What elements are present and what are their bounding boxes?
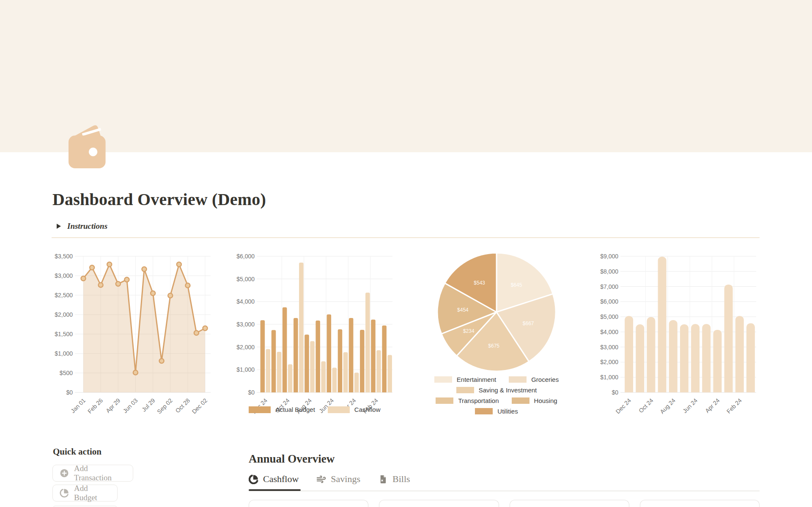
svg-text:$0: $0 — [612, 389, 618, 396]
monthly-income-bar-chart: $0$1,000$2,000$3,000$4,000$5,000$6,000$7… — [597, 253, 760, 428]
toggle-arrow-icon[interactable] — [57, 224, 61, 229]
svg-text:$667: $667 — [523, 321, 534, 326]
svg-text:$543: $543 — [474, 280, 485, 286]
pie-legend: EntertainmentGroceriesSaving & Investmen… — [415, 376, 578, 415]
svg-text:$6,000: $6,000 — [600, 298, 618, 305]
tab-cashflow[interactable]: Cashflow — [249, 474, 299, 485]
svg-text:$6,000: $6,000 — [236, 253, 255, 260]
svg-text:$3,000: $3,000 — [236, 321, 255, 328]
svg-text:$0: $0 — [66, 389, 73, 396]
svg-text:Apr 29: Apr 29 — [104, 397, 122, 414]
wallet-icon — [68, 122, 115, 169]
tab-bills-label: Bills — [392, 474, 410, 485]
svg-text:$454: $454 — [457, 307, 469, 313]
add-transaction-label: Add Transaction — [74, 464, 126, 482]
svg-text:$675: $675 — [488, 343, 499, 349]
plus-circle-icon — [60, 469, 69, 478]
tab-savings-label: Savings — [331, 474, 360, 485]
svg-text:Feb 26: Feb 26 — [86, 397, 104, 415]
charts-row: $0$500$1,000$1,500$2,000$2,500$3,000$3,5… — [52, 253, 760, 428]
svg-text:$1,000: $1,000 — [236, 366, 255, 373]
cover-banner — [0, 0, 812, 152]
svg-text:$9,000: $9,000 — [600, 253, 618, 260]
add-budget-label: Add Budget — [74, 484, 110, 502]
svg-text:$3,500: $3,500 — [55, 253, 73, 260]
annual-overview-heading: Annual Overview — [249, 452, 335, 466]
annual-overview-tabs: Cashflow Savings Bills — [249, 474, 410, 485]
svg-text:Dec 02: Dec 02 — [190, 397, 208, 415]
tab-bar-border — [249, 491, 760, 491]
svg-text:$2,000: $2,000 — [55, 311, 73, 318]
page: Dashboard Overview (Demo) Instructions $… — [0, 0, 812, 507]
svg-text:$2,500: $2,500 — [55, 292, 73, 299]
svg-text:$4,000: $4,000 — [236, 298, 255, 305]
quick-action-heading: Quick action — [53, 447, 102, 457]
svg-text:Jan 01: Jan 01 — [69, 397, 87, 414]
svg-text:$1,000: $1,000 — [55, 350, 73, 357]
budget-vs-cashflow-bar-chart: $0$1,000$2,000$3,000$4,000$5,000$6,000De… — [233, 253, 396, 428]
chart-legend: Actual BudgetCashflow — [233, 406, 396, 413]
svg-text:$1,000: $1,000 — [600, 374, 618, 381]
svg-text:$3,000: $3,000 — [55, 272, 73, 279]
pie-chart-icon — [60, 488, 69, 498]
annual-overview-cards — [249, 500, 760, 507]
svg-text:$8,000: $8,000 — [600, 268, 618, 275]
svg-text:Oct 28: Oct 28 — [174, 397, 192, 414]
svg-text:$2,000: $2,000 — [236, 344, 255, 351]
svg-text:$645: $645 — [511, 282, 522, 288]
svg-text:$0: $0 — [248, 389, 255, 396]
svg-text:Apr 24: Apr 24 — [704, 397, 721, 414]
svg-text:$1,500: $1,500 — [55, 331, 73, 337]
page-title: Dashboard Overview (Demo) — [52, 189, 266, 209]
active-tab-underline — [249, 489, 301, 491]
svg-text:Jun 03: Jun 03 — [121, 397, 139, 414]
svg-text:Jun 24: Jun 24 — [681, 397, 699, 414]
svg-text:$2,000: $2,000 — [600, 359, 618, 365]
svg-text:$4,000: $4,000 — [600, 329, 618, 335]
add-budget-button[interactable]: Add Budget — [52, 485, 118, 502]
svg-text:Feb 24: Feb 24 — [725, 397, 743, 415]
wind-icon — [316, 474, 326, 484]
svg-text:$3,000: $3,000 — [600, 344, 618, 351]
overview-card — [249, 500, 368, 507]
svg-text:Sep 02: Sep 02 — [156, 397, 174, 415]
divider — [52, 237, 760, 238]
tab-bills[interactable]: Bills — [378, 474, 410, 485]
overview-card — [510, 500, 629, 507]
donut-chart-icon — [249, 474, 258, 484]
instructions-toggle[interactable]: Instructions — [57, 222, 107, 231]
svg-text:Dec 24: Dec 24 — [614, 397, 633, 415]
svg-text:$7,000: $7,000 — [600, 283, 618, 290]
svg-text:$5,000: $5,000 — [600, 313, 618, 320]
tab-cashflow-label: Cashflow — [263, 474, 299, 485]
svg-text:Aug 24: Aug 24 — [658, 397, 677, 415]
svg-text:$234: $234 — [463, 328, 475, 334]
svg-text:Jul 29: Jul 29 — [140, 397, 156, 413]
overview-card — [640, 500, 760, 507]
svg-text:$500: $500 — [60, 370, 73, 376]
add-transaction-button[interactable]: Add Transaction — [52, 465, 133, 482]
svg-text:$5,000: $5,000 — [236, 276, 255, 282]
file-icon — [378, 474, 388, 484]
svg-text:Oct 24: Oct 24 — [637, 397, 655, 414]
tab-savings[interactable]: Savings — [316, 474, 360, 485]
cashflow-trend-line-chart: $0$500$1,000$1,500$2,000$2,500$3,000$3,5… — [52, 253, 214, 428]
instructions-label: Instructions — [67, 222, 107, 231]
spending-category-pie-chart: $645$667$675$234$454$543EntertainmentGro… — [415, 253, 578, 428]
overview-card — [379, 500, 499, 507]
